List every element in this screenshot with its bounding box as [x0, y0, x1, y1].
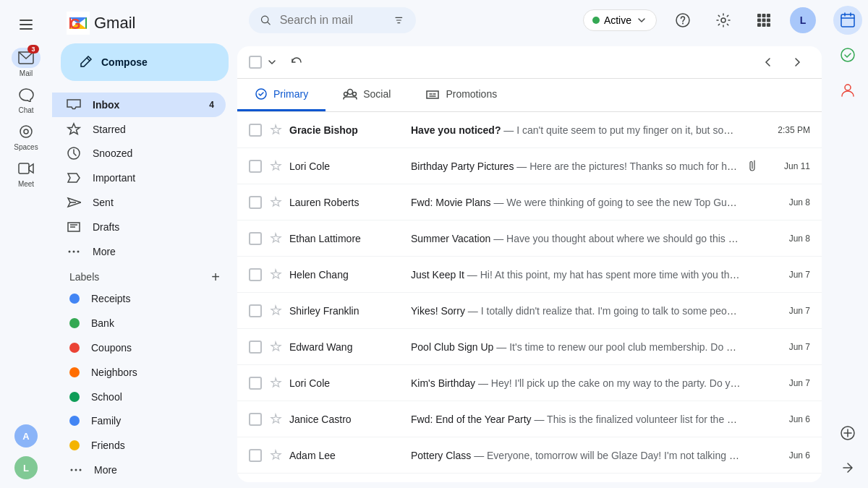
email-row[interactable]: Lauren Roberts Fwd: Movie Plans — We wer…: [237, 184, 822, 221]
hamburger-menu-button[interactable]: [12, 10, 41, 39]
email-check-9[interactable]: [249, 449, 262, 462]
nav-item-snoozed[interactable]: Snoozed: [52, 142, 226, 166]
email-row[interactable]: Adam Lee Pottery Class — Everyone, tomor…: [237, 437, 822, 474]
email-check-0[interactable]: [249, 124, 262, 137]
email-star-6[interactable]: [269, 341, 284, 354]
svg-point-3: [20, 126, 32, 137]
email-row[interactable]: Helen Chang Just Keep It — Hi! At this p…: [237, 257, 822, 293]
email-row[interactable]: Shirley Franklin Yikes! Sorry — I totall…: [237, 293, 822, 329]
tab-primary[interactable]: Primary: [237, 79, 326, 111]
email-check-6[interactable]: [249, 341, 262, 354]
rail-avatar-1[interactable]: A: [14, 424, 38, 448]
email-checkbox-8[interactable]: [249, 413, 263, 426]
gmail-logo-area: G Gmail: [52, 6, 237, 38]
email-row[interactable]: Gracie Bishop Need your Recipe! — I cann…: [237, 474, 822, 482]
email-row[interactable]: Janice Castro Fwd: End of the Year Party…: [237, 401, 822, 437]
calendar-icon: [840, 12, 856, 28]
email-subject-6: Pool Club Sign Up: [411, 341, 493, 353]
email-checkbox-6[interactable]: [249, 341, 263, 354]
user-avatar[interactable]: L: [790, 7, 816, 33]
email-check-1[interactable]: [249, 160, 262, 173]
nav-item-inbox[interactable]: Inbox 4: [52, 93, 226, 117]
email-check-5[interactable]: [249, 304, 262, 317]
friends-label: Friends: [91, 440, 125, 451]
right-panel-contacts-button[interactable]: [833, 75, 862, 104]
label-item-friends[interactable]: Friends: [52, 433, 226, 458]
email-row[interactable]: Ethan Lattimore Summer Vacation — Have y…: [237, 221, 822, 257]
select-dropdown-button[interactable]: [263, 53, 281, 71]
svg-point-18: [721, 18, 726, 22]
status-badge[interactable]: Active: [583, 9, 657, 31]
sidebar-item-spaces[interactable]: Spaces: [0, 119, 52, 155]
drafts-label: Drafts: [93, 221, 119, 233]
nav-item-drafts[interactable]: Drafts: [52, 215, 226, 239]
right-panel-calendar-button[interactable]: [833, 6, 862, 35]
svg-point-31: [353, 93, 357, 96]
email-check-3[interactable]: [249, 232, 262, 245]
email-check-4[interactable]: [249, 268, 262, 281]
email-checkbox-9[interactable]: [249, 449, 263, 462]
email-checkbox-0[interactable]: [249, 124, 263, 137]
refresh-button[interactable]: [284, 49, 310, 75]
email-checkbox-1[interactable]: [249, 160, 263, 173]
next-page-button[interactable]: [784, 49, 810, 75]
apps-button[interactable]: [749, 6, 778, 35]
email-row[interactable]: Lori Cole Kim's Birthday — Hey! I'll pic…: [237, 365, 822, 401]
email-star-1[interactable]: [269, 160, 284, 173]
add-label-button[interactable]: +: [211, 270, 220, 284]
settings-button[interactable]: [709, 6, 738, 35]
right-panel-tasks-button[interactable]: [833, 40, 862, 69]
email-star-4[interactable]: [269, 268, 284, 281]
email-checkbox-3[interactable]: [249, 232, 263, 245]
more-nav-icon: [67, 246, 81, 257]
search-filter-icon[interactable]: [393, 13, 404, 27]
right-panel-add-button[interactable]: [833, 419, 862, 448]
email-sender-2: Lauren Roberts: [289, 197, 405, 208]
right-panel-expand-button[interactable]: [833, 453, 862, 482]
email-checkbox-4[interactable]: [249, 268, 263, 281]
nav-item-more[interactable]: More: [52, 239, 226, 264]
tab-promotions-label: Promotions: [446, 88, 497, 100]
email-check-2[interactable]: [249, 196, 262, 209]
select-all-checkbox[interactable]: [249, 56, 262, 69]
email-checkbox-5[interactable]: [249, 304, 263, 317]
email-star-5[interactable]: [269, 304, 284, 317]
email-star-8[interactable]: [269, 413, 284, 426]
nav-item-starred[interactable]: Starred: [52, 117, 226, 142]
label-item-coupons[interactable]: Coupons: [52, 335, 226, 360]
tab-social[interactable]: Social: [326, 79, 408, 111]
label-item-family[interactable]: Family: [52, 409, 226, 434]
email-star-9[interactable]: [269, 449, 284, 462]
email-checkbox-2[interactable]: [249, 196, 263, 209]
label-item-receipts[interactable]: Receipts: [52, 287, 226, 312]
email-checkbox-7[interactable]: [249, 377, 263, 390]
label-item-more[interactable]: More: [52, 458, 226, 482]
email-star-2[interactable]: [269, 196, 284, 209]
tab-promotions[interactable]: Promotions: [408, 79, 514, 111]
svg-rect-23: [762, 19, 766, 22]
nav-item-sent[interactable]: Sent: [52, 190, 226, 215]
nav-item-important[interactable]: Important: [52, 166, 226, 190]
email-check-8[interactable]: [249, 413, 262, 426]
email-row[interactable]: Gracie Bishop Have you noticed? — I can'…: [237, 112, 822, 148]
prev-page-button[interactable]: [755, 49, 781, 75]
help-button[interactable]: [668, 6, 697, 35]
email-check-7[interactable]: [249, 377, 262, 390]
email-row[interactable]: Lori Cole Birthday Party Pictures — Here…: [237, 148, 822, 184]
label-item-bank[interactable]: Bank: [52, 311, 226, 335]
prev-page-icon: [762, 56, 775, 69]
sidebar-item-mail[interactable]: 3 Mail: [0, 45, 52, 82]
email-star-3[interactable]: [269, 232, 284, 245]
search-input[interactable]: [280, 14, 386, 27]
star-icon: [67, 122, 81, 137]
sidebar-item-meet[interactable]: Meet: [0, 155, 52, 192]
email-row[interactable]: Edward Wang Pool Club Sign Up — It's tim…: [237, 329, 822, 365]
label-item-neighbors[interactable]: Neighbors: [52, 360, 226, 385]
rail-avatar-2[interactable]: L: [14, 456, 38, 479]
compose-button[interactable]: Compose: [61, 43, 229, 81]
email-star-0[interactable]: [269, 124, 284, 137]
label-item-school[interactable]: School: [52, 385, 226, 409]
sidebar-item-chat[interactable]: Chat: [0, 82, 52, 119]
svg-rect-21: [767, 14, 770, 17]
email-star-7[interactable]: [269, 377, 284, 390]
